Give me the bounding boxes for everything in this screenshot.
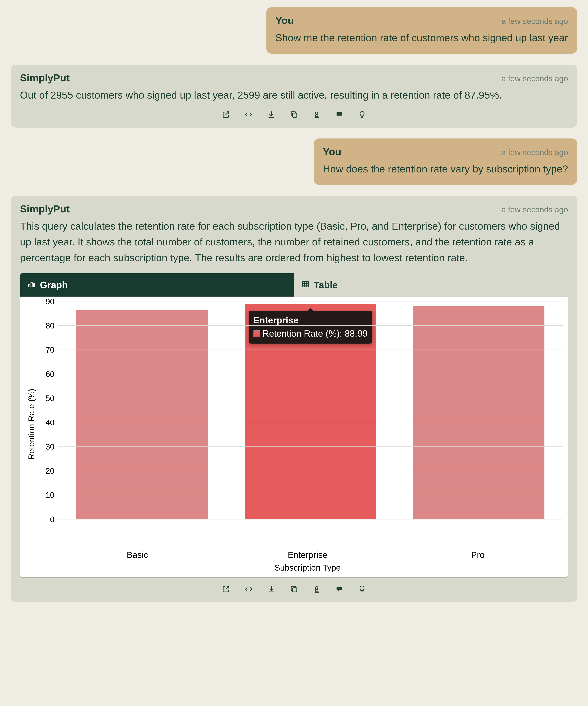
- tab-graph[interactable]: Graph: [20, 273, 294, 297]
- message-author: SimplyPut: [20, 72, 70, 84]
- chart-gridline: [58, 374, 563, 374]
- chart-container: Retention Rate (%) 0102030405060708090 E…: [20, 297, 568, 578]
- chart-x-labels: BasicEnterprisePro: [52, 547, 563, 560]
- y-tick: 30: [45, 442, 54, 452]
- explain-icon[interactable]: [335, 584, 345, 594]
- y-tick: 90: [45, 297, 54, 306]
- chart-x-axis-label: Subscription Type: [52, 563, 563, 573]
- bar-chart-icon: [28, 279, 36, 290]
- stamp-icon[interactable]: [312, 584, 322, 594]
- message-actions: [20, 584, 568, 594]
- code-icon[interactable]: [244, 584, 254, 594]
- copy-icon[interactable]: [289, 584, 299, 594]
- assistant-message: SimplyPut a few seconds ago This query c…: [11, 196, 577, 602]
- explain-icon[interactable]: [335, 110, 345, 120]
- svg-point-1: [315, 112, 318, 114]
- svg-rect-0: [292, 113, 297, 117]
- open-external-icon[interactable]: [221, 584, 231, 594]
- tab-graph-label: Graph: [40, 279, 68, 290]
- lightbulb-icon[interactable]: [357, 110, 367, 120]
- x-tick-label: Pro: [393, 547, 563, 560]
- chart-y-axis: 0102030405060708090: [38, 302, 58, 519]
- download-icon[interactable]: [266, 110, 276, 120]
- message-author: You: [275, 14, 294, 26]
- y-tick: 40: [45, 418, 54, 427]
- y-tick: 0: [50, 515, 54, 524]
- user-message: You a few seconds ago How does the reten…: [314, 139, 577, 185]
- message-author: You: [323, 146, 341, 158]
- chart-bar[interactable]: [245, 304, 376, 519]
- chart-y-axis-label: Retention Rate (%): [25, 302, 38, 547]
- code-icon[interactable]: [244, 110, 254, 120]
- x-tick-label: Basic: [52, 547, 223, 560]
- svg-rect-3: [31, 282, 32, 287]
- copy-icon[interactable]: [289, 110, 299, 120]
- svg-rect-4: [33, 283, 35, 287]
- y-tick: 10: [45, 491, 54, 500]
- message-text: How does the retention rate vary by subs…: [323, 161, 568, 177]
- open-external-icon[interactable]: [221, 110, 231, 120]
- message-text: This query calculates the retention rate…: [20, 218, 568, 266]
- svg-rect-5: [303, 281, 309, 287]
- y-tick: 60: [45, 370, 54, 379]
- y-tick: 70: [45, 345, 54, 354]
- chart-bar[interactable]: [76, 310, 208, 519]
- message-timestamp: a few seconds ago: [502, 205, 568, 214]
- message-timestamp: a few seconds ago: [502, 74, 568, 83]
- message-timestamp: a few seconds ago: [502, 17, 568, 26]
- chart-plot-area[interactable]: Enterprise Retention Rate (%): 88.99: [58, 302, 563, 519]
- lightbulb-icon[interactable]: [357, 584, 367, 594]
- message-author: SimplyPut: [20, 203, 70, 215]
- svg-rect-2: [29, 284, 30, 287]
- table-icon: [302, 279, 309, 290]
- result-tabs: Graph Table: [20, 273, 568, 297]
- chart-gridline: [58, 446, 563, 447]
- assistant-message: SimplyPut a few seconds ago Out of 2955 …: [11, 65, 577, 128]
- y-tick: 80: [45, 321, 54, 330]
- message-text: Show me the retention rate of customers …: [275, 30, 568, 46]
- svg-rect-6: [292, 588, 297, 592]
- message-timestamp: a few seconds ago: [502, 148, 568, 157]
- svg-point-7: [315, 587, 318, 589]
- chart-gridline: [58, 301, 563, 302]
- download-icon[interactable]: [266, 584, 276, 594]
- y-tick: 50: [45, 394, 54, 403]
- chart-bar[interactable]: [413, 306, 544, 519]
- user-message: You a few seconds ago Show me the retent…: [266, 7, 577, 54]
- message-text: Out of 2955 customers who signed up last…: [20, 87, 568, 103]
- stamp-icon[interactable]: [312, 110, 322, 120]
- x-tick-label: Enterprise: [223, 547, 393, 560]
- tab-table[interactable]: Table: [294, 273, 568, 297]
- tab-table-label: Table: [314, 279, 338, 290]
- message-actions: [20, 110, 568, 120]
- y-tick: 20: [45, 466, 54, 475]
